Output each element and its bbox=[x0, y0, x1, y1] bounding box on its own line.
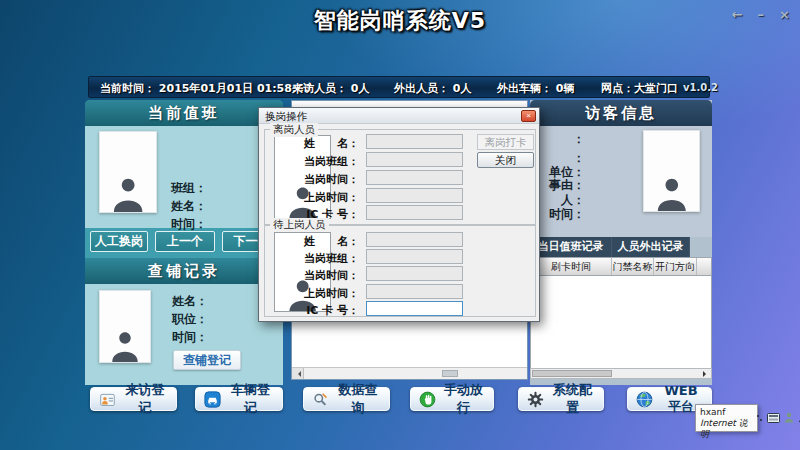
visitor-photo bbox=[643, 130, 700, 212]
visitor-panel-body: ： ： 单位： 事由： 人： 时间： bbox=[530, 126, 712, 237]
patrol-field-time: 时间： bbox=[172, 329, 208, 346]
language-bar bbox=[757, 412, 800, 423]
scrollbar-thumb[interactable] bbox=[442, 370, 458, 377]
incoming-start-time-input bbox=[366, 284, 463, 299]
dialog-titlebar[interactable]: 换岗操作 × bbox=[259, 108, 539, 124]
vehicle-register-icon bbox=[204, 391, 221, 408]
status-out-vehicle-count: 外出车辆： 0辆 bbox=[497, 81, 575, 96]
status-current-time: 当前时间： 2015年01月01日 01:58:55 bbox=[100, 81, 312, 96]
dialog-close-button[interactable]: × bbox=[521, 110, 536, 122]
patrol-field-name: 姓名： bbox=[172, 293, 208, 310]
leaving-name-input bbox=[366, 134, 463, 149]
minimize-icon[interactable]: – bbox=[758, 7, 765, 22]
manual-shift-button[interactable]: 人工换岗 bbox=[90, 231, 148, 252]
visitor-register-button[interactable]: 来访登记 bbox=[90, 387, 177, 411]
close-icon: × bbox=[526, 111, 531, 120]
back-icon[interactable]: ← bbox=[732, 7, 743, 22]
label-ic-card: IC 卡 号： bbox=[306, 303, 359, 318]
toolbar-button-label: 手动放行 bbox=[442, 381, 485, 417]
group-incoming-title: 待上岗人员 bbox=[270, 218, 329, 232]
label-start-time: 上岗时间： bbox=[304, 190, 359, 205]
duty-field-team: 班组： bbox=[171, 180, 207, 197]
patrol-field-position: 职位： bbox=[172, 311, 208, 328]
leaving-start-time-input bbox=[366, 188, 463, 203]
label-duty-time: 当岗时间： bbox=[304, 268, 359, 283]
records-tab-row: 当日值班记录 人员外出记录 bbox=[530, 237, 712, 257]
window-controls: ← – × bbox=[732, 7, 790, 22]
toolbar-button-label: 数据查询 bbox=[335, 381, 381, 417]
version-label: v1.0.2 bbox=[683, 82, 718, 93]
column-door-name: 门禁名称 bbox=[612, 258, 654, 275]
desktop: 智能岗哨系统V5 ← – × 当前时间： 2015年01月01日 01:58:5… bbox=[0, 0, 800, 450]
app-title: 智能岗哨系统V5 bbox=[0, 6, 800, 36]
ime-user-icon[interactable] bbox=[784, 412, 794, 423]
dialog-close-action-button[interactable]: 关闭 bbox=[477, 152, 534, 168]
status-bar: 当前时间： 2015年01月01日 01:58:55 来访人员： 0人 外出人员… bbox=[88, 76, 710, 98]
label-duty-team: 当岗班组： bbox=[304, 251, 359, 266]
column-spacer bbox=[697, 258, 711, 275]
ime-tooltip-line1: hxanf bbox=[700, 407, 753, 418]
left-panel: 当前值班 班组： 姓名： 时间： 人工换岗 上一个 下一个 查铺记录 姓名： 职… bbox=[85, 100, 283, 385]
group-leaving-title: 离岗人员 bbox=[270, 123, 318, 137]
duty-panel-body: 班组： 姓名： 时间： bbox=[85, 126, 283, 228]
tab-today-duty-records[interactable]: 当日值班记录 bbox=[530, 237, 612, 257]
status-out-person-count: 外出人员： 0人 bbox=[394, 81, 472, 96]
label-start-time: 上岗时间： bbox=[304, 286, 359, 301]
visitor-panel-title: 访客信息 bbox=[530, 100, 712, 126]
records-table-body bbox=[530, 276, 712, 368]
data-query-button[interactable]: 数据查询 bbox=[303, 387, 390, 411]
patrol-photo bbox=[99, 290, 151, 363]
visitor-field-time: 时间： bbox=[549, 206, 585, 223]
column-swipe-time: 刷卡时间 bbox=[531, 258, 612, 275]
system-config-button[interactable]: 系统配置 bbox=[518, 387, 604, 411]
duty-field-name: 姓名： bbox=[171, 198, 207, 215]
manual-release-icon bbox=[419, 391, 436, 408]
leaving-duty-time-input bbox=[366, 170, 463, 185]
duty-photo bbox=[99, 131, 157, 213]
visitor-field-fragment: ： bbox=[573, 131, 585, 148]
status-site: 网点：大堂门口 bbox=[601, 81, 678, 96]
incoming-team-input bbox=[366, 249, 463, 264]
label-duty-time: 当岗时间： bbox=[304, 172, 359, 187]
dialog-title: 换岗操作 bbox=[265, 110, 307, 124]
previous-button[interactable]: 上一个 bbox=[155, 231, 215, 252]
leaving-team-input bbox=[366, 152, 463, 167]
ime-tooltip-line2: Internet 说明 bbox=[700, 418, 753, 440]
patrol-panel-body: 姓名： 职位： 时间： 查铺登记 bbox=[85, 284, 283, 385]
manual-release-button[interactable]: 手动放行 bbox=[410, 387, 494, 411]
visitor-register-icon bbox=[99, 391, 116, 408]
scrollbar-thumb[interactable] bbox=[532, 370, 612, 377]
records-table-header: 刷卡时间 门禁名称 开门方向 bbox=[530, 257, 712, 276]
scroll-left-arrow-icon[interactable] bbox=[292, 368, 304, 379]
label-duty-team: 当岗班组： bbox=[304, 154, 359, 169]
leaving-ic-card-input bbox=[366, 205, 463, 220]
center-horizontal-scrollbar[interactable] bbox=[292, 367, 527, 379]
person-avatar-icon bbox=[108, 175, 148, 212]
toolbar-button-label: 系统配置 bbox=[550, 381, 595, 417]
system-config-icon bbox=[527, 391, 544, 408]
ime-tooltip: hxanf Internet 说明 bbox=[695, 404, 758, 432]
data-query-icon bbox=[312, 391, 329, 408]
duty-panel-title: 当前值班 bbox=[85, 100, 283, 126]
web-platform-icon bbox=[636, 391, 653, 408]
incoming-duty-time-input bbox=[366, 266, 463, 281]
toolbar-button-label: 来访登记 bbox=[122, 381, 168, 417]
status-visitor-count: 来访人员： 0人 bbox=[292, 81, 370, 96]
shift-change-dialog: 换岗操作 × 离岗人员 姓 名： 当岗班组： 当岗时间： 上岗时间： IC 卡 … bbox=[258, 107, 540, 322]
ime-dots-icon bbox=[757, 414, 763, 422]
clock-out-button: 离岗打卡 bbox=[477, 134, 534, 150]
records-horizontal-scrollbar[interactable] bbox=[530, 368, 712, 379]
keyboard-icon[interactable] bbox=[767, 413, 780, 423]
person-avatar-icon bbox=[652, 175, 692, 211]
person-avatar-icon bbox=[107, 329, 143, 362]
tab-personnel-out-records[interactable]: 人员外出记录 bbox=[612, 237, 690, 257]
label-name: 姓 名： bbox=[304, 234, 359, 249]
scroll-right-arrow-icon[interactable] bbox=[703, 371, 709, 377]
close-icon[interactable]: × bbox=[779, 7, 790, 22]
incoming-ic-card-input[interactable] bbox=[366, 301, 463, 316]
label-name: 姓 名： bbox=[304, 136, 359, 151]
vehicle-register-button[interactable]: 车辆登记 bbox=[195, 387, 283, 411]
patrol-register-button[interactable]: 查铺登记 bbox=[173, 350, 241, 370]
incoming-name-input bbox=[366, 232, 463, 247]
column-open-direction: 开门方向 bbox=[654, 258, 697, 275]
